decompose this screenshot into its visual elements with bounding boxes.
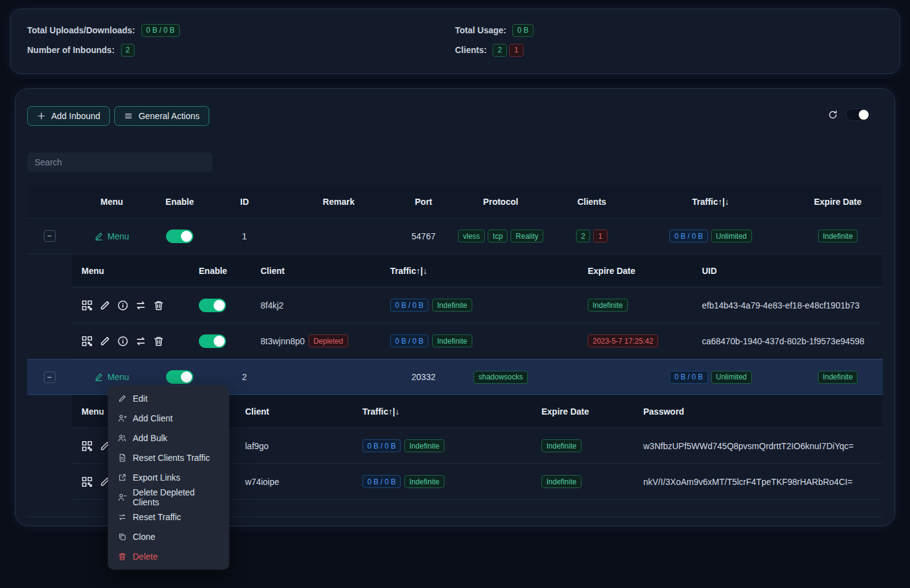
transport-badge: tcp — [488, 230, 507, 242]
inbound-id: 2 — [207, 372, 282, 382]
info-icon[interactable] — [117, 336, 128, 347]
client-header-enable: Enable — [189, 266, 251, 276]
stats-card: Total Uploads/Downloads: 0 B / 0 B Total… — [10, 9, 900, 74]
client-traffic-badge: 0 B / 0 B — [362, 439, 401, 452]
expire-badge: Indefinite — [818, 230, 858, 242]
header-protocol: Protocol — [451, 197, 550, 207]
stat-number-of-inbounds: Number of Inbounds: 2 — [27, 44, 455, 57]
stat-uploads-label: Total Uploads/Downloads: — [27, 25, 135, 35]
traffic-badge: 0 B / 0 B — [669, 371, 708, 384]
edit-icon — [118, 394, 127, 403]
header-id: ID — [207, 197, 282, 207]
client-header-client: Client — [251, 266, 380, 276]
client-expire-badge: Indefinite — [541, 475, 582, 488]
user-delete-icon — [118, 493, 127, 502]
depleted-badge: Depleted — [309, 334, 348, 347]
client-uid: efb14b43-4a79-4e83-ef18-e48cf1901b73 — [692, 300, 888, 310]
menu-item-reset-traffic[interactable]: Reset Traffic — [108, 507, 229, 527]
info-icon[interactable] — [117, 300, 128, 311]
client-name: w74ioipe — [235, 477, 353, 487]
client-traffic-limit-badge: Indefinite — [432, 334, 472, 347]
stat-inbounds-value: 2 — [121, 44, 135, 57]
inbounds-table-header: Menu Enable ID Remark Port Protocol Clie… — [27, 185, 883, 218]
menu-item-export-links[interactable]: Export Links — [108, 468, 229, 487]
security-badge: Reality — [511, 230, 543, 242]
client-traffic-badge: 0 B / 0 B — [390, 299, 428, 312]
client-password: nkV/I/3XoAm9v6xMT/T5lcrF4TpeTKF98rHARbRo… — [633, 477, 888, 487]
client-traffic-badge: 0 B / 0 B — [390, 334, 428, 347]
menu-item-delete-depleted-clients[interactable]: Delete Depleted Clients — [108, 487, 229, 507]
stat-total-usage: Total Usage: 0 B — [455, 24, 883, 37]
inbound-port: 54767 — [396, 231, 451, 241]
delete-client-icon[interactable] — [153, 300, 164, 311]
traffic-badge: 0 B / 0 B — [669, 230, 708, 242]
traffic-limit-badge: Unlimited — [711, 371, 752, 384]
client-header-traffic-sort[interactable]: Traffic↑|↓ — [380, 266, 578, 276]
client-enable-toggle[interactable] — [199, 334, 226, 348]
qrcode-icon[interactable] — [81, 300, 93, 311]
document-icon — [118, 453, 127, 462]
client-expire-badge: Indefinite — [588, 299, 628, 312]
general-actions-label: General Actions — [138, 111, 199, 121]
reset-traffic-icon[interactable] — [135, 336, 146, 347]
inbound-menu-trigger[interactable]: Menu — [94, 372, 129, 382]
add-inbound-button[interactable]: Add Inbound — [27, 106, 110, 126]
delete-client-icon[interactable] — [153, 336, 164, 347]
menu-item-reset-clients-traffic[interactable]: Reset Clients Traffic — [108, 448, 229, 468]
header-remark: Remark — [282, 197, 396, 207]
reset-traffic-icon[interactable] — [135, 300, 146, 311]
client-header-expire: Expire Date — [532, 407, 633, 416]
stat-inbounds-label: Number of Inbounds: — [27, 45, 115, 55]
header-enable: Enable — [152, 197, 207, 207]
stat-clients-label: Clients: — [455, 45, 486, 55]
client-password: w3NfbzUPf5WWd745Q8pvsmQrdrttT2IO6knuI7Di… — [633, 441, 888, 451]
client-row: 8t3wjnn8p0 Depleted 0 B / 0 B Indefinite… — [72, 323, 883, 359]
collapse-row-button[interactable]: − — [44, 371, 56, 383]
plus-icon — [37, 112, 46, 120]
theme-toggle[interactable] — [846, 109, 870, 121]
sync-icon — [118, 513, 127, 521]
client-uid: ca68470b-1940-437d-802b-1f9573e94598 — [692, 336, 888, 346]
general-actions-button[interactable]: General Actions — [114, 106, 209, 126]
stat-clients-active: 2 — [493, 44, 507, 57]
search-input[interactable] — [27, 152, 212, 172]
edit-client-icon[interactable] — [99, 300, 111, 311]
header-menu: Menu — [72, 197, 152, 207]
client-table-vless: Menu Enable Client Traffic↑|↓ Expire Dat… — [72, 254, 883, 359]
menu-item-add-client[interactable]: Add Client — [108, 408, 229, 428]
collapse-row-button[interactable]: − — [44, 230, 56, 242]
stat-total-uploads-downloads: Total Uploads/Downloads: 0 B / 0 B — [27, 24, 455, 37]
users-icon — [118, 434, 127, 442]
menu-item-clone[interactable]: Clone — [108, 527, 229, 547]
client-expire-badge: 2023-5-7 17:25:42 — [588, 334, 658, 347]
edit-pencil-icon — [94, 373, 103, 381]
client-header-traffic-sort[interactable]: Traffic↑|↓ — [353, 407, 532, 416]
menu-item-edit[interactable]: Edit — [108, 389, 229, 408]
qrcode-icon[interactable] — [81, 441, 93, 452]
edit-pencil-icon — [94, 232, 103, 241]
menu-item-delete[interactable]: Delete — [108, 547, 229, 566]
menu-item-add-bulk[interactable]: Add Bulk — [108, 428, 229, 448]
refresh-icon[interactable] — [828, 110, 838, 120]
inbound-context-menu: Edit Add Client Add Bulk Reset Clients T… — [108, 386, 229, 569]
enable-toggle[interactable] — [166, 370, 193, 384]
copy-icon — [118, 532, 127, 541]
client-name: laf9go — [235, 441, 353, 451]
export-icon — [118, 473, 127, 482]
qrcode-icon[interactable] — [81, 336, 93, 347]
client-name: 8f4kj2 — [251, 300, 380, 310]
enable-toggle[interactable] — [166, 230, 193, 243]
inbound-row-vless: − Menu 1 54767 vless tcp Reality 2 1 0 — [27, 218, 883, 254]
qrcode-icon[interactable] — [81, 476, 93, 487]
user-add-icon — [118, 414, 127, 423]
edit-client-icon[interactable] — [99, 336, 111, 347]
clients-depleted-badge: 1 — [593, 230, 607, 242]
client-traffic-limit-badge: Indefinite — [404, 439, 445, 452]
inbound-id: 1 — [207, 231, 282, 241]
header-traffic-sort[interactable]: Traffic↑|↓ — [633, 197, 788, 207]
inbound-menu-trigger[interactable]: Menu — [94, 231, 129, 241]
clients-active-badge: 2 — [576, 230, 590, 242]
client-enable-toggle[interactable] — [199, 299, 226, 312]
toolbar-right — [828, 109, 870, 121]
client-traffic-limit-badge: Indefinite — [404, 475, 445, 488]
